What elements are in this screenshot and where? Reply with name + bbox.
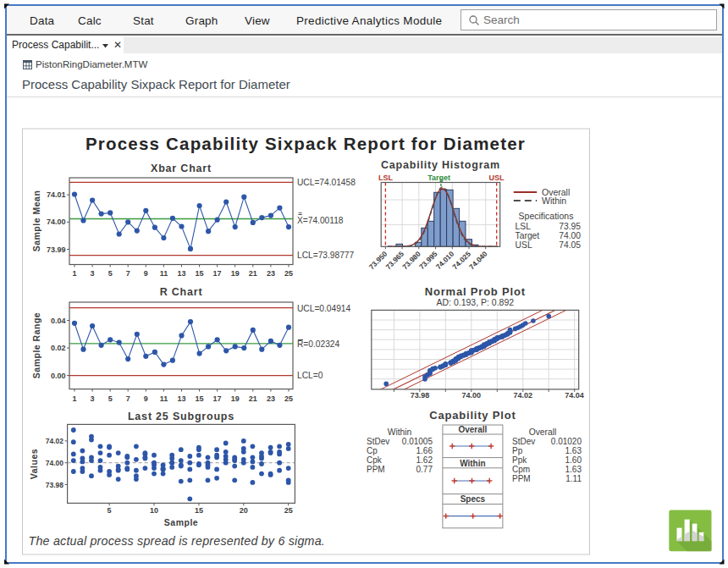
- svg-text:Sample: Sample: [164, 517, 198, 527]
- svg-text:AD: 0.193, P: 0.892: AD: 0.193, P: 0.892: [436, 297, 514, 307]
- svg-text:3: 3: [91, 269, 95, 278]
- svg-text:25: 25: [284, 269, 293, 278]
- svg-text:15: 15: [195, 506, 203, 515]
- svg-text:LCL=0: LCL=0: [297, 371, 323, 380]
- svg-text:3: 3: [91, 394, 95, 403]
- svg-text:LCL=73.98777: LCL=73.98777: [297, 251, 354, 260]
- svg-text:Specs: Specs: [461, 494, 486, 504]
- svg-text:74.00: 74.00: [47, 218, 66, 226]
- svg-text:0.77: 0.77: [416, 465, 433, 474]
- svg-text:Ppk: Ppk: [512, 455, 527, 465]
- svg-text:R Chart: R Chart: [160, 286, 203, 298]
- svg-text:LSL: LSL: [516, 222, 532, 231]
- svg-text:74.04: 74.04: [565, 391, 584, 400]
- svg-text:X=74.00118: X=74.00118: [297, 216, 344, 225]
- svg-text:19: 19: [231, 394, 240, 403]
- svg-text:74.05: 74.05: [559, 240, 581, 250]
- svg-text:Sample Range: Sample Range: [31, 312, 41, 378]
- svg-text:Overall: Overall: [458, 425, 487, 434]
- svg-text:15: 15: [196, 394, 204, 403]
- svg-text:17: 17: [213, 394, 222, 403]
- svg-text:Cpm: Cpm: [512, 465, 530, 474]
- svg-text:17: 17: [213, 269, 222, 278]
- svg-text:0.00: 0.00: [51, 372, 66, 380]
- svg-text:StDev: StDev: [512, 437, 535, 446]
- svg-text:Overall: Overall: [529, 427, 557, 437]
- svg-text:74.00: 74.00: [46, 459, 64, 467]
- svg-text:UCL=74.01458: UCL=74.01458: [297, 178, 356, 187]
- svg-text:Process Capability Sixpack Rep: Process Capability Sixpack Report for Di…: [85, 134, 526, 153]
- svg-text:Pp: Pp: [512, 446, 523, 455]
- svg-text:=: =: [298, 210, 302, 218]
- svg-text:74.00: 74.00: [462, 391, 482, 400]
- svg-text:1.63: 1.63: [565, 465, 582, 474]
- svg-text:20: 20: [240, 506, 248, 515]
- svg-text:11: 11: [160, 269, 168, 278]
- svg-text:Cpk: Cpk: [367, 455, 383, 465]
- svg-text:Within: Within: [388, 427, 412, 437]
- svg-text:1.62: 1.62: [416, 455, 433, 465]
- svg-text:PPM: PPM: [512, 474, 531, 483]
- svg-text:UCL=0.04914: UCL=0.04914: [297, 304, 350, 313]
- svg-text:74.02: 74.02: [46, 437, 64, 445]
- svg-text:73.99: 73.99: [47, 245, 66, 254]
- svg-text:73.98: 73.98: [46, 481, 64, 489]
- svg-text:Normal Prob Plot: Normal Prob Plot: [425, 285, 526, 298]
- svg-text:Xbar Chart: Xbar Chart: [151, 163, 212, 174]
- svg-text:Capability Plot: Capability Plot: [429, 409, 516, 422]
- svg-text:23: 23: [267, 394, 275, 403]
- svg-text:Within: Within: [542, 196, 566, 206]
- svg-text:10: 10: [150, 506, 158, 515]
- svg-text:15: 15: [196, 269, 204, 278]
- svg-text:Specifications: Specifications: [519, 211, 574, 221]
- svg-text:5: 5: [108, 269, 113, 278]
- svg-text:73.98: 73.98: [411, 391, 430, 400]
- svg-text:7: 7: [126, 394, 130, 403]
- svg-text:1.66: 1.66: [416, 446, 433, 455]
- svg-text:13: 13: [177, 269, 185, 278]
- svg-text:1.11: 1.11: [565, 474, 582, 483]
- svg-text:Sample Mean: Sample Mean: [31, 190, 41, 252]
- svg-text:StDev: StDev: [367, 437, 389, 446]
- svg-text:1.63: 1.63: [565, 446, 582, 455]
- svg-text:Cp: Cp: [367, 446, 378, 455]
- svg-text:Target: Target: [516, 231, 540, 240]
- svg-text:Capability Histogram: Capability Histogram: [381, 159, 500, 171]
- svg-text:0.01020: 0.01020: [551, 437, 582, 446]
- svg-text:23: 23: [267, 269, 275, 278]
- svg-text:74.02: 74.02: [513, 391, 532, 400]
- svg-text:11: 11: [160, 394, 168, 403]
- svg-text:0.02: 0.02: [51, 344, 66, 352]
- svg-text:USL: USL: [516, 240, 532, 250]
- svg-text:19: 19: [231, 269, 240, 278]
- svg-text:Last 25 Subgroups: Last 25 Subgroups: [128, 411, 234, 422]
- svg-text:0.01005: 0.01005: [402, 437, 433, 446]
- svg-text:LSL: LSL: [378, 174, 394, 182]
- svg-text:USL: USL: [488, 174, 505, 182]
- svg-text:1.60: 1.60: [565, 455, 582, 465]
- svg-text:9: 9: [144, 269, 148, 278]
- svg-text:25: 25: [284, 394, 293, 403]
- svg-text:7: 7: [126, 269, 130, 278]
- svg-text:13: 13: [177, 394, 185, 403]
- svg-text:0.04: 0.04: [51, 317, 66, 325]
- svg-text:5: 5: [108, 394, 113, 403]
- svg-text:PPM: PPM: [367, 465, 385, 474]
- svg-text:74.00: 74.00: [559, 231, 581, 240]
- svg-text:25: 25: [284, 506, 293, 515]
- svg-text:74.01: 74.01: [47, 190, 66, 199]
- svg-text:5: 5: [108, 506, 112, 515]
- svg-text:1: 1: [72, 269, 76, 278]
- svg-text:Values: Values: [29, 449, 39, 479]
- svg-text:21: 21: [249, 269, 257, 278]
- svg-text:R=0.02324: R=0.02324: [297, 339, 339, 349]
- svg-text:The actual process spread is r: The actual process spread is represented…: [29, 534, 326, 548]
- svg-text:1: 1: [72, 394, 76, 403]
- svg-text:73.95: 73.95: [559, 222, 581, 231]
- svg-text:Target: Target: [427, 174, 450, 182]
- svg-text:21: 21: [249, 394, 257, 403]
- svg-text:9: 9: [144, 394, 148, 403]
- svg-text:Within: Within: [460, 459, 485, 468]
